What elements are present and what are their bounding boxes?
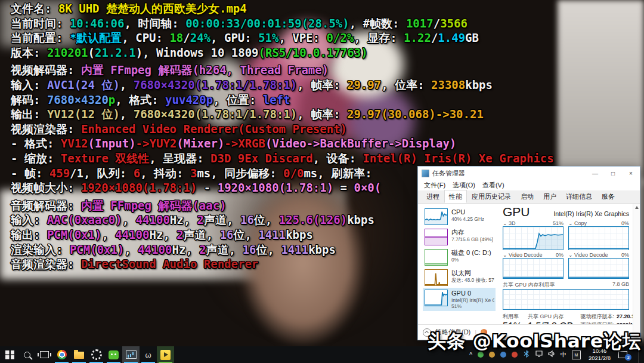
osd-segment: Hz: [170, 213, 184, 226]
chart-area: [568, 258, 629, 279]
sidebar-item-以太网[interactable]: 以太网发送: 48.0 接收: 576 K: [423, 267, 496, 288]
osd-segment: , 抖动:: [140, 167, 190, 180]
osd-segment: kbps: [347, 213, 374, 226]
osd-segment: , 帧率:: [297, 107, 347, 121]
osd-segment: , 时间轴:: [124, 17, 185, 30]
tab-启动[interactable]: 启动: [516, 190, 538, 203]
sidebar-item-label: 磁盘 0 (C: D:): [451, 249, 491, 257]
osd-segment: 视频帧大小:: [11, 181, 81, 194]
sidebar-item-GPU 0[interactable]: GPU 0Intel(R) Iris(R) Xe Grap51%: [423, 288, 496, 311]
sidebar-item-text: CPU40% 4.25 GHz: [451, 208, 484, 222]
osd-segment: ->: [224, 137, 238, 150]
scroll-up-icon[interactable]: [635, 206, 639, 209]
osd-segment: 位: [256, 243, 268, 256]
sidebar-item-text: GPU 0Intel(R) Iris(R) Xe Grap51%: [451, 290, 494, 309]
osd-line: - 缩放: Texture 双线性, 呈现器: D3D 9Ex Discard,…: [11, 151, 554, 166]
sidebar-chart-thumbnail: [425, 208, 448, 225]
chart-header: ⌄ 3D51%: [503, 220, 564, 226]
chart-label: ⌄ 3D: [503, 220, 516, 226]
osd-segment: (Mixer): [177, 137, 224, 150]
osd-segment: 1920×1080(1.78:1): [218, 181, 333, 194]
osd-segment: 1411: [258, 228, 286, 241]
chart-header: ⌄ Copy0%: [568, 220, 629, 226]
osd-segment: , GPU:: [210, 31, 258, 44]
minimize-button[interactable]: —: [586, 167, 604, 180]
osd-segment: , 呈现器:: [149, 152, 210, 165]
settings-icon: [91, 349, 102, 360]
osd-segment: (Video->BackBuffer->Display): [265, 137, 456, 150]
osd-segment: ,: [101, 228, 115, 241]
title-bar[interactable]: 任务管理器 — □ ×: [418, 167, 640, 180]
osd-segment: ,: [163, 228, 177, 241]
chart-area: [503, 226, 564, 250]
osd-segment: 视频解码器:: [11, 63, 81, 76]
osd-segment: 16: [220, 228, 234, 241]
settings-icon[interactable]: [88, 346, 105, 363]
osd-segment: 44100: [136, 213, 170, 226]
chart-value: 0%: [621, 220, 629, 226]
task-view-button[interactable]: [36, 346, 53, 363]
tab-应用历史记录[interactable]: 应用历史记录: [467, 190, 516, 203]
osd-segment: 3: [190, 167, 197, 180]
close-button[interactable]: ×: [622, 167, 640, 180]
sidebar-item-CPU[interactable]: CPU40% 4.25 GHz: [423, 207, 496, 227]
osd-segment: Enhanced Video Renderer(Custom Present): [81, 122, 347, 136]
maximize-button[interactable]: □: [604, 167, 622, 180]
sidebar-item-内存[interactable]: 内存7.7/15.6 GB (49%): [423, 227, 496, 247]
potplayer-icon[interactable]: [157, 346, 174, 363]
media-app-icon: ω: [145, 351, 151, 359]
sidebar-item-sub: 发送: 48.0 接收: 576 K: [451, 277, 494, 284]
osd-segment: 51%: [258, 31, 278, 44]
osd-line: 文件名: 8K UHD 楚楚动人的西欧美少女.mp4: [11, 1, 554, 16]
osd-segment: ,: [120, 78, 134, 91]
osd-segment: , 帧率:: [297, 78, 347, 91]
media-app-icon[interactable]: ω: [140, 346, 157, 363]
tab-性能[interactable]: 性能: [444, 190, 467, 203]
osd-segment: 版本:: [11, 46, 47, 59]
sidebar-chart-thumbnail: [425, 290, 448, 306]
gpu-engine-chart-Video Decode: ⌄ Video Decode0%: [568, 252, 629, 279]
wechat-icon[interactable]: [105, 346, 122, 363]
osd-segment: , 队列:: [83, 167, 134, 180]
osd-segment: 44100: [115, 228, 149, 241]
osd-segment: YV12: [61, 137, 88, 150]
tab-用户[interactable]: 用户: [538, 190, 561, 203]
osd-segment: 音频渲染器:: [11, 257, 81, 270]
gpu-engine-chart-Copy: ⌄ Copy0%: [568, 220, 629, 250]
tab-详细信息[interactable]: 详细信息: [561, 190, 597, 203]
tab-服务[interactable]: 服务: [597, 190, 620, 203]
osd-segment: , CPU:: [122, 31, 169, 44]
file-explorer-icon[interactable]: [70, 346, 88, 363]
taskbar-apps: ω: [1, 346, 174, 363]
osd-segment: YV12(12 位): [47, 107, 120, 121]
start-button[interactable]: [1, 346, 18, 363]
osd-segment: 210201: [47, 46, 88, 59]
chrome-icon[interactable]: [53, 346, 70, 363]
task-manager-icon[interactable]: [122, 346, 140, 363]
sidebar-item-sub: 40% 4.25 GHz: [451, 216, 484, 222]
chrome-icon: [57, 350, 67, 359]
sidebar-item-磁盘 0 (C: D:)[interactable]: 磁盘 0 (C: D:)0%: [423, 247, 496, 267]
osd-segment: 6: [134, 167, 140, 180]
chart-value: 51%: [553, 220, 564, 226]
osd-segment: /: [431, 31, 438, 44]
detail-row: 驱动程序版本:27.20.10...: [581, 313, 629, 321]
osd-segment: 当前时间:: [11, 17, 70, 30]
chart-value: 0%: [556, 252, 564, 258]
start-button: [5, 350, 14, 359]
osd-segment: ,: [120, 107, 134, 121]
osd-segment: yuv420p: [165, 93, 213, 106]
osd-segment: 18: [169, 31, 183, 44]
chart-header: ⌄ Video Decode0%: [503, 252, 564, 258]
osd-segment: (: [88, 46, 95, 59]
osd-segment: 输出:: [11, 228, 47, 241]
osd-segment: AVC1(24 位): [47, 78, 120, 91]
scrollbar[interactable]: [633, 204, 640, 340]
tab-进程[interactable]: 进程: [422, 190, 444, 203]
menu-item[interactable]: 文件(F): [420, 181, 449, 190]
osd-segment: Texture 双线性: [61, 152, 150, 165]
menu-item[interactable]: 选项(O): [449, 181, 479, 190]
sidebar-item-sub: 7.7/15.6 GB (49%): [451, 236, 493, 242]
search-button[interactable]: [18, 346, 36, 363]
menu-item[interactable]: 查看(V): [479, 181, 508, 190]
